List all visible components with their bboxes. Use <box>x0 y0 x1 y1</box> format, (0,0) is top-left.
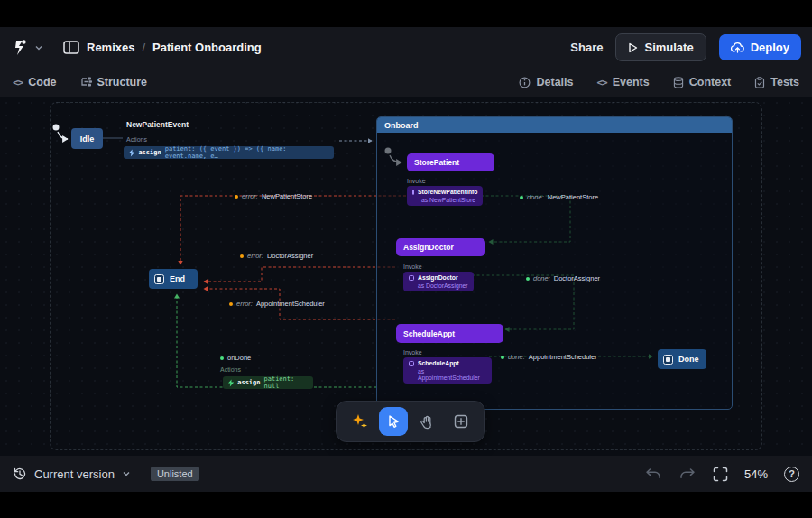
actor-icon <box>412 190 414 195</box>
tab-code[interactable]: <> Code <box>13 76 57 88</box>
transition-error-appointmentscheduler[interactable]: error: AppointmentScheduler <box>229 300 325 308</box>
done-dot-icon <box>501 356 504 359</box>
action-keyword: assign <box>237 379 260 386</box>
tab-context[interactable]: Context <box>673 76 732 88</box>
transition-error-newpatientstore[interactable]: error: NewPatientStore <box>235 192 312 200</box>
fit-to-view-icon[interactable] <box>713 467 728 482</box>
transition-error-doctorassigner[interactable]: error: DoctorAssigner <box>240 252 313 260</box>
state-assigndoctor[interactable]: AssignDoctor <box>396 238 485 256</box>
tab-tests-label: Tests <box>770 76 799 88</box>
tab-code-label: Code <box>28 76 56 88</box>
undo-icon[interactable] <box>644 467 662 481</box>
error-kind: error: <box>242 192 258 200</box>
done-kind: done: <box>508 353 525 361</box>
tab-events[interactable]: <> Events <box>596 76 649 88</box>
action-code: patient: null <box>264 375 309 390</box>
done-kind: done: <box>533 274 550 282</box>
pan-tool-button[interactable] <box>413 407 442 436</box>
events-icon: <> <box>596 77 606 88</box>
app-window: Remixes / Patient Onboarding Share Simul… <box>0 27 812 492</box>
transition-done-appointmentscheduler[interactable]: done: AppointmentScheduler <box>501 353 597 361</box>
done-dot-icon <box>526 277 530 281</box>
state-idle-label: Idle <box>80 134 95 143</box>
tab-tests[interactable]: Tests <box>754 76 799 88</box>
action-bolt-icon <box>228 379 234 387</box>
header-left: Remixes / Patient Onboarding <box>11 38 262 58</box>
page-title[interactable]: Patient Onboarding <box>152 41 262 54</box>
help-button[interactable]: ? <box>784 467 799 482</box>
state-done-label: Done <box>678 355 699 364</box>
ondone-label: onDone <box>227 354 251 362</box>
hand-icon <box>420 414 435 430</box>
state-end[interactable]: End <box>149 269 198 289</box>
play-icon <box>628 42 638 53</box>
help-icon: ? <box>789 468 795 479</box>
done-target: AppointmentScheduler <box>529 353 597 361</box>
error-target: NewPatientStore <box>262 192 312 200</box>
action-assign-null[interactable]: assign patient: null <box>223 376 313 389</box>
version-selector[interactable]: Current version <box>34 467 131 481</box>
plus-square-icon <box>454 414 468 429</box>
simulate-button[interactable]: Simulate <box>615 33 706 61</box>
error-dot-icon <box>240 254 244 258</box>
breadcrumb-section[interactable]: Remixes <box>87 41 134 54</box>
share-button[interactable]: Share <box>570 41 603 54</box>
state-onboard[interactable]: Onboard StorePatient Invoke StoreNewPati… <box>376 116 733 410</box>
error-target: AppointmentScheduler <box>256 300 325 308</box>
actions-label: Actions <box>220 366 241 373</box>
tab-context-label: Context <box>689 76 732 88</box>
screen: Remixes / Patient Onboarding Share Simul… <box>0 0 812 518</box>
error-dot-icon <box>235 195 238 199</box>
invoke-as: as AppointmentScheduler <box>418 368 486 381</box>
transition-ondone[interactable]: onDone <box>220 354 251 362</box>
final-state-icon <box>154 274 164 284</box>
state-storepatient[interactable]: StorePatient <box>407 153 494 171</box>
invoke-label: Invoke <box>407 178 426 184</box>
event-newpatientevent[interactable]: NewPatientEvent <box>126 120 189 129</box>
state-idle[interactable]: Idle <box>71 128 103 149</box>
invoke-scheduleappt[interactable]: ScheduleAppt as AppointmentScheduler <box>403 357 492 384</box>
state-scheduleappt[interactable]: ScheduleAppt <box>396 324 503 343</box>
error-target: DoctorAssigner <box>267 252 313 260</box>
error-kind: error: <box>236 300 253 308</box>
ai-generate-tool-button[interactable] <box>346 407 374 436</box>
tab-events-label: Events <box>613 76 650 88</box>
action-assign-patient[interactable]: assign patient: ({ event }) => ({ name: … <box>124 146 334 159</box>
add-state-tool-button[interactable] <box>447 407 475 436</box>
tab-structure[interactable]: Structure <box>80 76 148 88</box>
deploy-button[interactable]: Deploy <box>719 34 801 60</box>
header: Remixes / Patient Onboarding Share Simul… <box>0 27 812 68</box>
final-state-icon <box>663 355 673 365</box>
machine-canvas[interactable]: Idle NewPatientEvent Actions assign pati… <box>0 97 812 456</box>
logo-menu-button[interactable] <box>11 38 43 58</box>
invoke-label: Invoke <box>403 349 422 356</box>
invoke-as: as NewPatientStore <box>421 197 477 203</box>
transition-done-doctorassigner[interactable]: done: DoctorAssigner <box>526 274 600 282</box>
done-dot-icon <box>220 356 224 360</box>
state-done[interactable]: Done <box>658 349 706 369</box>
cloud-upload-icon <box>731 42 744 53</box>
canvas-toolbar <box>336 401 485 442</box>
error-dot-icon <box>229 302 233 306</box>
state-onboard-header[interactable]: Onboard <box>377 117 732 133</box>
cursor-icon <box>386 414 401 429</box>
simulate-label: Simulate <box>644 41 693 54</box>
zoom-level[interactable]: 54% <box>744 467 768 481</box>
invoke-assigndoctor[interactable]: AssignDoctor as DoctorAssigner <box>403 272 474 291</box>
chevron-down-icon <box>122 469 131 478</box>
panel-tabs: Details <> Events Context Tests <box>495 76 799 88</box>
tab-details[interactable]: Details <box>519 76 573 88</box>
select-tool-button[interactable] <box>379 407 408 436</box>
status-right: 54% ? <box>644 467 799 482</box>
transition-done-newpatientstore[interactable]: done: NewPatientStore <box>520 193 598 201</box>
mode-toolbar: <> Code Structure Details <> <box>0 68 812 97</box>
status-left: Current version Unlisted <box>13 467 199 481</box>
invoke-as: as DoctorAssigner <box>418 282 468 289</box>
panel-toggle-icon[interactable] <box>63 41 79 54</box>
invoke-storenewpatientinfo[interactable]: StoreNewPatientInfo as NewPatientStore <box>407 186 483 206</box>
invoke-src: AssignDoctor <box>418 274 458 281</box>
code-icon: <> <box>13 77 23 88</box>
tab-structure-label: Structure <box>97 76 148 88</box>
database-icon <box>673 77 684 88</box>
redo-icon[interactable] <box>678 467 697 481</box>
